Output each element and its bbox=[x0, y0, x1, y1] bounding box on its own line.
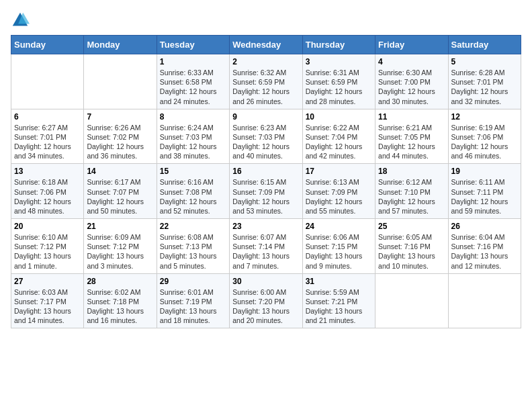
col-header-thursday: Thursday bbox=[302, 36, 375, 54]
day-info: Sunrise: 6:05 AM Sunset: 7:16 PM Dayligh… bbox=[378, 232, 445, 271]
day-cell: 5Sunrise: 6:28 AM Sunset: 7:01 PM Daylig… bbox=[448, 54, 521, 109]
day-number: 22 bbox=[160, 222, 226, 231]
calendar-table: SundayMondayTuesdayWednesdayThursdayFrid… bbox=[11, 35, 521, 328]
day-cell: 10Sunrise: 6:22 AM Sunset: 7:04 PM Dayli… bbox=[302, 109, 375, 164]
day-info: Sunrise: 6:08 AM Sunset: 7:13 PM Dayligh… bbox=[160, 232, 226, 271]
day-info: Sunrise: 6:17 AM Sunset: 7:07 PM Dayligh… bbox=[87, 177, 153, 216]
day-number: 16 bbox=[232, 167, 299, 176]
day-number: 6 bbox=[14, 112, 81, 122]
day-info: Sunrise: 6:03 AM Sunset: 7:17 PM Dayligh… bbox=[14, 287, 81, 326]
day-cell: 3Sunrise: 6:31 AM Sunset: 6:59 PM Daylig… bbox=[302, 54, 375, 109]
day-info: Sunrise: 6:13 AM Sunset: 7:09 PM Dayligh… bbox=[306, 177, 372, 216]
day-number: 21 bbox=[87, 222, 153, 231]
day-number: 29 bbox=[160, 277, 226, 286]
col-header-wednesday: Wednesday bbox=[230, 36, 302, 54]
day-number: 4 bbox=[378, 57, 445, 66]
day-number: 11 bbox=[378, 112, 445, 122]
col-header-sunday: Sunday bbox=[11, 36, 84, 54]
week-row-5: 27Sunrise: 6:03 AM Sunset: 7:17 PM Dayli… bbox=[11, 273, 521, 328]
day-cell bbox=[448, 273, 521, 328]
day-cell: 29Sunrise: 6:01 AM Sunset: 7:19 PM Dayli… bbox=[157, 273, 229, 328]
day-number: 15 bbox=[160, 167, 226, 176]
day-number: 23 bbox=[232, 222, 299, 231]
day-number: 28 bbox=[87, 277, 153, 286]
day-cell: 1Sunrise: 6:33 AM Sunset: 6:58 PM Daylig… bbox=[157, 54, 229, 109]
day-cell: 28Sunrise: 6:02 AM Sunset: 7:18 PM Dayli… bbox=[84, 273, 157, 328]
day-cell: 7Sunrise: 6:26 AM Sunset: 7:02 PM Daylig… bbox=[84, 109, 157, 164]
logo bbox=[11, 11, 32, 30]
day-info: Sunrise: 6:16 AM Sunset: 7:08 PM Dayligh… bbox=[160, 177, 226, 216]
logo-icon bbox=[11, 11, 30, 30]
day-info: Sunrise: 6:19 AM Sunset: 7:06 PM Dayligh… bbox=[451, 123, 518, 161]
day-info: Sunrise: 6:02 AM Sunset: 7:18 PM Dayligh… bbox=[87, 287, 153, 326]
week-row-1: 1Sunrise: 6:33 AM Sunset: 6:58 PM Daylig… bbox=[11, 54, 521, 109]
day-number: 10 bbox=[306, 112, 372, 122]
day-number: 13 bbox=[14, 167, 81, 176]
day-number: 18 bbox=[378, 167, 445, 176]
col-header-monday: Monday bbox=[84, 36, 157, 54]
day-cell: 16Sunrise: 6:15 AM Sunset: 7:09 PM Dayli… bbox=[230, 164, 302, 219]
day-number: 9 bbox=[232, 112, 299, 122]
day-cell: 30Sunrise: 6:00 AM Sunset: 7:20 PM Dayli… bbox=[230, 273, 302, 328]
day-info: Sunrise: 6:09 AM Sunset: 7:12 PM Dayligh… bbox=[87, 232, 153, 271]
day-info: Sunrise: 6:26 AM Sunset: 7:02 PM Dayligh… bbox=[87, 123, 153, 161]
day-cell: 6Sunrise: 6:27 AM Sunset: 7:01 PM Daylig… bbox=[11, 109, 84, 164]
day-number: 1 bbox=[160, 57, 226, 66]
day-cell bbox=[84, 54, 157, 109]
calendar-header-row: SundayMondayTuesdayWednesdayThursdayFrid… bbox=[11, 36, 521, 54]
day-info: Sunrise: 6:32 AM Sunset: 6:59 PM Dayligh… bbox=[232, 68, 299, 106]
day-info: Sunrise: 6:11 AM Sunset: 7:11 PM Dayligh… bbox=[451, 177, 518, 216]
day-info: Sunrise: 6:06 AM Sunset: 7:15 PM Dayligh… bbox=[306, 232, 372, 271]
day-number: 20 bbox=[14, 222, 81, 231]
day-cell: 25Sunrise: 6:05 AM Sunset: 7:16 PM Dayli… bbox=[375, 219, 448, 274]
day-number: 26 bbox=[451, 222, 518, 231]
day-cell: 14Sunrise: 6:17 AM Sunset: 7:07 PM Dayli… bbox=[84, 164, 157, 219]
day-number: 25 bbox=[378, 222, 445, 231]
day-number: 12 bbox=[451, 112, 518, 122]
day-cell: 23Sunrise: 6:07 AM Sunset: 7:14 PM Dayli… bbox=[230, 219, 302, 274]
day-cell: 13Sunrise: 6:18 AM Sunset: 7:06 PM Dayli… bbox=[11, 164, 84, 219]
day-cell: 27Sunrise: 6:03 AM Sunset: 7:17 PM Dayli… bbox=[11, 273, 84, 328]
day-info: Sunrise: 6:22 AM Sunset: 7:04 PM Dayligh… bbox=[306, 123, 372, 161]
day-number: 3 bbox=[306, 57, 372, 66]
day-info: Sunrise: 6:01 AM Sunset: 7:19 PM Dayligh… bbox=[160, 287, 226, 326]
day-number: 17 bbox=[306, 167, 372, 176]
day-info: Sunrise: 6:00 AM Sunset: 7:20 PM Dayligh… bbox=[232, 287, 299, 326]
day-info: Sunrise: 6:24 AM Sunset: 7:03 PM Dayligh… bbox=[160, 123, 226, 161]
day-cell: 18Sunrise: 6:12 AM Sunset: 7:10 PM Dayli… bbox=[375, 164, 448, 219]
day-info: Sunrise: 6:18 AM Sunset: 7:06 PM Dayligh… bbox=[14, 177, 81, 216]
day-info: Sunrise: 6:28 AM Sunset: 7:01 PM Dayligh… bbox=[451, 68, 518, 106]
day-cell: 21Sunrise: 6:09 AM Sunset: 7:12 PM Dayli… bbox=[84, 219, 157, 274]
day-number: 19 bbox=[451, 167, 518, 176]
day-cell: 22Sunrise: 6:08 AM Sunset: 7:13 PM Dayli… bbox=[157, 219, 229, 274]
day-cell: 31Sunrise: 5:59 AM Sunset: 7:21 PM Dayli… bbox=[302, 273, 375, 328]
col-header-friday: Friday bbox=[375, 36, 448, 54]
week-row-3: 13Sunrise: 6:18 AM Sunset: 7:06 PM Dayli… bbox=[11, 164, 521, 219]
day-number: 30 bbox=[232, 277, 299, 286]
day-cell: 11Sunrise: 6:21 AM Sunset: 7:05 PM Dayli… bbox=[375, 109, 448, 164]
col-header-tuesday: Tuesday bbox=[157, 36, 229, 54]
day-cell: 4Sunrise: 6:30 AM Sunset: 7:00 PM Daylig… bbox=[375, 54, 448, 109]
day-cell: 8Sunrise: 6:24 AM Sunset: 7:03 PM Daylig… bbox=[157, 109, 229, 164]
day-number: 7 bbox=[87, 112, 153, 122]
day-cell: 9Sunrise: 6:23 AM Sunset: 7:03 PM Daylig… bbox=[230, 109, 302, 164]
page-header bbox=[11, 11, 521, 30]
day-info: Sunrise: 6:30 AM Sunset: 7:00 PM Dayligh… bbox=[378, 68, 445, 106]
day-info: Sunrise: 6:27 AM Sunset: 7:01 PM Dayligh… bbox=[14, 123, 81, 161]
day-cell: 17Sunrise: 6:13 AM Sunset: 7:09 PM Dayli… bbox=[302, 164, 375, 219]
day-number: 27 bbox=[14, 277, 81, 286]
day-info: Sunrise: 6:33 AM Sunset: 6:58 PM Dayligh… bbox=[160, 68, 226, 106]
day-info: Sunrise: 6:31 AM Sunset: 6:59 PM Dayligh… bbox=[306, 68, 372, 106]
day-info: Sunrise: 6:04 AM Sunset: 7:16 PM Dayligh… bbox=[451, 232, 518, 271]
day-number: 31 bbox=[306, 277, 372, 286]
week-row-2: 6Sunrise: 6:27 AM Sunset: 7:01 PM Daylig… bbox=[11, 109, 521, 164]
day-number: 5 bbox=[451, 57, 518, 66]
day-info: Sunrise: 5:59 AM Sunset: 7:21 PM Dayligh… bbox=[306, 287, 372, 326]
day-info: Sunrise: 6:21 AM Sunset: 7:05 PM Dayligh… bbox=[378, 123, 445, 161]
day-cell bbox=[11, 54, 84, 109]
day-number: 14 bbox=[87, 167, 153, 176]
day-number: 2 bbox=[232, 57, 299, 66]
day-number: 8 bbox=[160, 112, 226, 122]
day-cell: 20Sunrise: 6:10 AM Sunset: 7:12 PM Dayli… bbox=[11, 219, 84, 274]
day-cell: 26Sunrise: 6:04 AM Sunset: 7:16 PM Dayli… bbox=[448, 219, 521, 274]
